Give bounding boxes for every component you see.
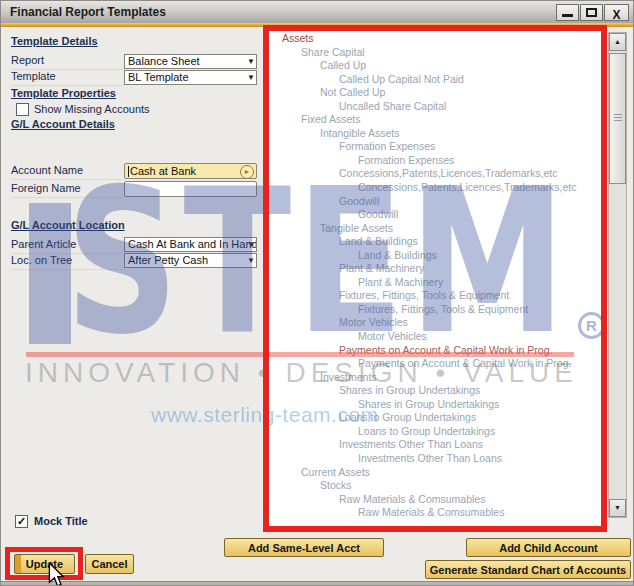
loc-on-tree-label: Loc. on Tree	[11, 254, 123, 270]
tree-item[interactable]: Goodwill	[269, 195, 599, 209]
tree-item[interactable]: Called Up	[269, 59, 599, 73]
tree-item[interactable]: Formation Expenses	[269, 154, 599, 168]
tree-item[interactable]: Share Capital	[269, 46, 599, 60]
template-label: Template	[11, 70, 123, 86]
show-missing-accounts-label: Show Missing Accounts	[34, 103, 150, 118]
tree-item[interactable]: Land & Buildings	[269, 249, 599, 263]
scroll-up-button[interactable]: ▲	[609, 33, 626, 51]
tree-item[interactable]: Concessions,Patents,Licences,Trademarks,…	[269, 181, 599, 195]
tree-item[interactable]: Fixtures, Fittings, Tools & Equipment	[269, 289, 599, 303]
tree-item[interactable]: Loans to Group Undertakings	[269, 411, 599, 425]
tree-item[interactable]: Assets	[269, 32, 599, 46]
text-caret	[128, 166, 129, 177]
loc-on-tree-dropdown[interactable]: After Petty Cash ▼	[124, 253, 257, 268]
cancel-button[interactable]: Cancel	[85, 554, 134, 574]
tree-item[interactable]: Not Called Up	[269, 86, 599, 100]
tree-item[interactable]: Current Assets	[269, 466, 599, 480]
add-same-level-acct-button[interactable]: Add Same-Level Acct	[224, 538, 384, 557]
add-child-account-button[interactable]: Add Child Account	[466, 538, 631, 557]
parent-article-dropdown[interactable]: Cash At Bank and In Hand ▼	[124, 237, 257, 252]
financial-report-templates-window: Financial Report Templates X Template De…	[0, 0, 634, 586]
scroll-down-icon: ▼	[614, 504, 621, 511]
tree-item[interactable]: Fixtures, Fittings, Tools & Equipment	[269, 303, 599, 317]
link-arrow-icon[interactable]: ►	[240, 165, 254, 179]
account-name-value: Cash at Bank	[130, 165, 196, 177]
tree-scrollbar[interactable]: ▲ ▼	[608, 32, 627, 518]
parent-article-value: Cash At Bank and In Hand	[128, 238, 257, 250]
report-value: Balance Sheet	[128, 55, 200, 67]
tree-item[interactable]: Shares in Group Undertakings	[269, 398, 599, 412]
tree-item[interactable]: Intangible Assets	[269, 127, 599, 141]
mouse-cursor	[45, 563, 67, 586]
tree-item[interactable]: Investments Other Than Loans	[269, 438, 599, 452]
window-bottom-edge	[1, 581, 634, 586]
template-value: BL Template	[128, 71, 189, 83]
tree-item[interactable]: Shares in Group Undertakings	[269, 384, 599, 398]
tree-item[interactable]: Payments on Account & Capital Work in Pr…	[269, 344, 599, 358]
maximize-button[interactable]	[580, 4, 603, 21]
tree-item[interactable]: Plant & Machinery	[269, 276, 599, 290]
show-missing-accounts-checkbox[interactable]	[16, 103, 29, 116]
section-gl-account-location: G/L Account Location	[11, 219, 125, 231]
tree-item[interactable]: Investments Other Than Loans	[269, 452, 599, 466]
close-icon: X	[612, 8, 620, 22]
minimize-icon	[562, 14, 573, 17]
mock-title-label: Mock Title	[34, 515, 88, 530]
window-title: Financial Report Templates	[10, 5, 166, 19]
tree-item[interactable]: Stocks	[269, 479, 599, 493]
tree-item[interactable]: Plant & Machinery	[269, 262, 599, 276]
account-name-input[interactable]: Cash at Bank ►	[124, 163, 257, 179]
maximize-icon	[586, 8, 597, 17]
foreign-name-label: Foreign Name	[11, 182, 123, 198]
title-bar: Financial Report Templates X	[1, 1, 634, 24]
tree-item[interactable]: Fixed Assets	[269, 113, 599, 127]
chevron-down-icon: ▼	[247, 72, 255, 84]
tree-item[interactable]: Raw Materials & Comsumables	[269, 493, 599, 507]
close-button[interactable]: X	[604, 4, 629, 21]
scroll-down-button[interactable]: ▼	[609, 499, 626, 517]
minimize-button[interactable]	[556, 4, 579, 21]
account-tree: AssetsShare CapitalCalled UpCalled Up Ca…	[269, 32, 599, 520]
tree-item[interactable]: Loans to Group Undertakings	[269, 425, 599, 439]
tree-item[interactable]: Uncalled Share Capital	[269, 100, 599, 114]
chevron-down-icon: ▼	[247, 239, 255, 251]
foreign-name-input[interactable]	[124, 181, 257, 197]
tree-item[interactable]: Raw Materials & Comsumables	[269, 506, 599, 520]
account-name-label: Account Name	[11, 164, 123, 180]
report-label: Report	[11, 54, 123, 70]
tree-item[interactable]: Concessions,Patents,Licences,Trademarks,…	[269, 167, 599, 181]
tree-item[interactable]: Motor Vehicles	[269, 316, 599, 330]
template-dropdown[interactable]: BL Template ▼	[124, 70, 257, 85]
chevron-down-icon: ▼	[247, 255, 255, 267]
parent-article-label: Parent Article	[11, 238, 123, 254]
scroll-up-icon: ▲	[614, 38, 621, 45]
tree-item[interactable]: Land & Buildings	[269, 235, 599, 249]
tree-item[interactable]: Formation Expenses	[269, 140, 599, 154]
chevron-down-icon: ▼	[247, 56, 255, 68]
loc-on-tree-value: After Petty Cash	[128, 254, 208, 266]
tree-item[interactable]: Goodwill	[269, 208, 599, 222]
report-dropdown[interactable]: Balance Sheet ▼	[124, 54, 257, 69]
tree-item[interactable]: Tangible Assets	[269, 222, 599, 236]
generate-standard-chart-button[interactable]: Generate Standard Chart of Accounts	[425, 560, 631, 579]
mock-title-checkbox[interactable]: ✓	[15, 515, 28, 528]
tree-item[interactable]: Investments	[269, 371, 599, 385]
tree-item[interactable]: Called Up Capital Not Paid	[269, 73, 599, 87]
tree-item[interactable]: Payments on Account & Capital Work in Pr…	[269, 357, 599, 371]
tree-item[interactable]: Motor Vehicles	[269, 330, 599, 344]
section-gl-account-details: G/L Account Details	[11, 118, 115, 130]
section-template-properties: Template Properties	[11, 87, 116, 99]
scrollbar-thumb[interactable]	[609, 53, 626, 184]
section-template-details: Template Details	[11, 35, 98, 47]
